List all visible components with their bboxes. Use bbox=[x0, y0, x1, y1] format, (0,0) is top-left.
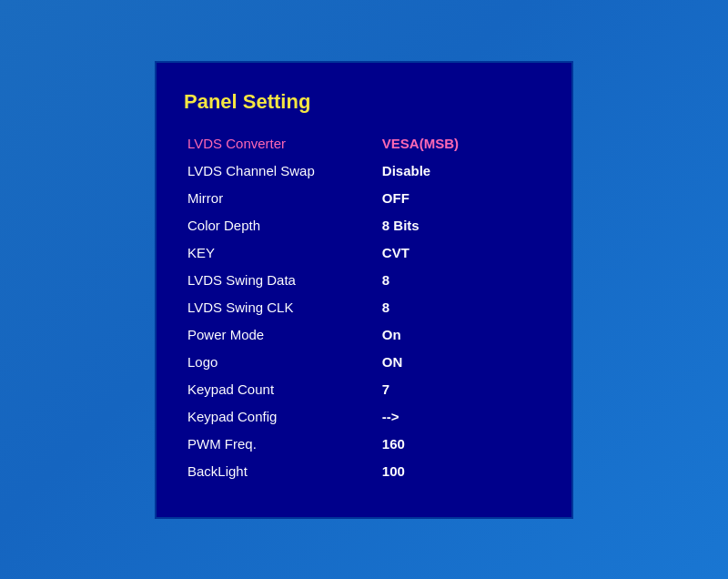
setting-value-power-mode: On bbox=[382, 321, 544, 349]
setting-row-power-mode[interactable]: Power ModeOn bbox=[184, 321, 544, 349]
setting-label-lvds-swing-clk: LVDS Swing CLK bbox=[184, 294, 382, 321]
setting-value-lvds-swing-clk: 8 bbox=[382, 294, 544, 321]
setting-label-lvds-swing-data: LVDS Swing Data bbox=[184, 267, 382, 294]
setting-row-pwm-freq[interactable]: PWM Freq.160 bbox=[184, 431, 544, 458]
setting-label-mirror: Mirror bbox=[184, 185, 382, 212]
setting-label-lvds-converter: LVDS Converter bbox=[184, 130, 382, 157]
setting-value-keypad-config: --> bbox=[382, 403, 544, 431]
setting-label-keypad-config: Keypad Config bbox=[184, 403, 382, 431]
setting-label-keypad-count: Keypad Count bbox=[184, 376, 382, 403]
setting-label-backlight: BackLight bbox=[184, 458, 382, 485]
setting-value-backlight: 100 bbox=[382, 458, 544, 485]
setting-row-keypad-config[interactable]: Keypad Config--> bbox=[184, 403, 544, 431]
setting-value-keypad-count: 7 bbox=[382, 376, 544, 403]
setting-label-logo: Logo bbox=[184, 349, 382, 376]
setting-row-logo[interactable]: LogoON bbox=[184, 349, 544, 376]
setting-value-logo: ON bbox=[382, 349, 544, 376]
setting-value-mirror: OFF bbox=[382, 185, 544, 212]
panel-title: Panel Setting bbox=[184, 90, 544, 114]
setting-value-lvds-channel-swap: Disable bbox=[382, 157, 544, 185]
setting-row-lvds-channel-swap[interactable]: LVDS Channel SwapDisable bbox=[184, 157, 544, 185]
setting-row-mirror[interactable]: MirrorOFF bbox=[184, 185, 544, 212]
setting-label-power-mode: Power Mode bbox=[184, 321, 382, 349]
setting-row-keypad-count[interactable]: Keypad Count7 bbox=[184, 376, 544, 403]
setting-row-backlight[interactable]: BackLight100 bbox=[184, 458, 544, 485]
setting-value-pwm-freq: 160 bbox=[382, 431, 544, 458]
settings-table: LVDS ConverterVESA(MSB)LVDS Channel Swap… bbox=[184, 130, 544, 485]
setting-value-key: CVT bbox=[382, 239, 544, 267]
setting-value-lvds-converter: VESA(MSB) bbox=[382, 130, 544, 157]
setting-label-color-depth: Color Depth bbox=[184, 212, 382, 239]
setting-row-lvds-converter[interactable]: LVDS ConverterVESA(MSB) bbox=[184, 130, 544, 157]
setting-row-lvds-swing-data[interactable]: LVDS Swing Data8 bbox=[184, 267, 544, 294]
setting-row-lvds-swing-clk[interactable]: LVDS Swing CLK8 bbox=[184, 294, 544, 321]
screen-background: Panel Setting LVDS ConverterVESA(MSB)LVD… bbox=[0, 0, 728, 579]
panel-setting-box: Panel Setting LVDS ConverterVESA(MSB)LVD… bbox=[155, 61, 573, 519]
setting-value-lvds-swing-data: 8 bbox=[382, 267, 544, 294]
setting-value-color-depth: 8 Bits bbox=[382, 212, 544, 239]
setting-label-lvds-channel-swap: LVDS Channel Swap bbox=[184, 157, 382, 185]
setting-row-color-depth[interactable]: Color Depth8 Bits bbox=[184, 212, 544, 239]
setting-row-key[interactable]: KEYCVT bbox=[184, 239, 544, 267]
setting-label-key: KEY bbox=[184, 239, 382, 267]
setting-label-pwm-freq: PWM Freq. bbox=[184, 431, 382, 458]
